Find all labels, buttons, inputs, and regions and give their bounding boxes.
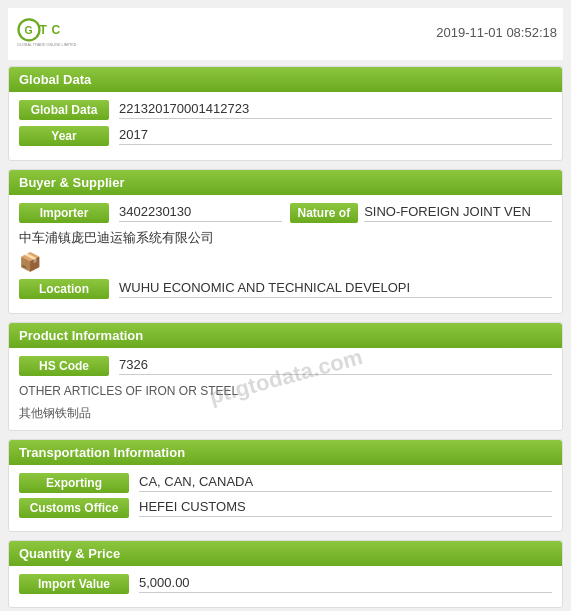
qty-price-card: Quantity & Price Import Value 5,000.00 bbox=[8, 540, 563, 608]
svg-text:G: G bbox=[25, 24, 33, 36]
importer-label: Importer bbox=[19, 203, 109, 223]
customs-value: HEFEI CUSTOMS bbox=[139, 499, 552, 517]
exporting-value: CA, CAN, CANADA bbox=[139, 474, 552, 492]
exporting-row: Exporting CA, CAN, CANADA bbox=[19, 473, 552, 493]
buyer-supplier-header: Buyer & Supplier bbox=[9, 170, 562, 195]
import-value-row: Import Value 5,000.00 bbox=[19, 574, 552, 594]
nature-label: Nature of bbox=[290, 203, 359, 223]
nature-group: Nature of SINO-FOREIGN JOINT VEN bbox=[290, 203, 553, 223]
global-data-card: Global Data Global Data 2213201700014127… bbox=[8, 66, 563, 161]
customs-row: Customs Office HEFEI CUSTOMS bbox=[19, 498, 552, 518]
year-field-row: Year 2017 bbox=[19, 126, 552, 146]
location-value: WUHU ECONOMIC AND TECHNICAL DEVELOPI bbox=[119, 280, 552, 298]
importer-value: 3402230130 bbox=[119, 204, 282, 222]
buyer-supplier-card: Buyer & Supplier Importer 3402230130 Nat… bbox=[8, 169, 563, 314]
hs-code-value: 7326 bbox=[119, 357, 552, 375]
import-value-label: Import Value bbox=[19, 574, 129, 594]
nature-value: SINO-FOREIGN JOINT VEN bbox=[364, 204, 552, 222]
importer-row: Importer 3402230130 Nature of SINO-FOREI… bbox=[19, 203, 552, 223]
year-value: 2017 bbox=[119, 127, 552, 145]
logo-area: G T C GLOBAL TRADE ONLINE LIMITED bbox=[14, 12, 104, 52]
company-name: 中车浦镇庞巴迪运输系统有限公司 bbox=[19, 229, 552, 247]
product-info-header: Product Information bbox=[9, 323, 562, 348]
location-label: Location bbox=[19, 279, 109, 299]
importer-group: Importer 3402230130 bbox=[19, 203, 282, 223]
exporting-label: Exporting bbox=[19, 473, 129, 493]
customs-label: Customs Office bbox=[19, 498, 129, 518]
product-info-card: Product Information HS Code 7326 OTHER A… bbox=[8, 322, 563, 431]
page-wrapper: G T C GLOBAL TRADE ONLINE LIMITED 2019-1… bbox=[0, 0, 571, 611]
company-icon: 📦 bbox=[19, 251, 552, 273]
hs-code-row: HS Code 7326 bbox=[19, 356, 552, 376]
svg-text:GLOBAL TRADE ONLINE LIMITED: GLOBAL TRADE ONLINE LIMITED bbox=[17, 43, 77, 47]
datetime: 2019-11-01 08:52:18 bbox=[436, 25, 557, 40]
svg-text:C: C bbox=[52, 23, 61, 37]
hs-code-label: HS Code bbox=[19, 356, 109, 376]
hs-desc-cn: 其他钢铁制品 bbox=[19, 404, 552, 422]
global-data-section-header: Global Data bbox=[9, 67, 562, 92]
product-info-body: HS Code 7326 OTHER ARTICLES OF IRON OR S… bbox=[9, 348, 562, 430]
transport-body: Exporting CA, CAN, CANADA Customs Office… bbox=[9, 465, 562, 531]
location-row: Location WUHU ECONOMIC AND TECHNICAL DEV… bbox=[19, 279, 552, 299]
global-data-body: Global Data 221320170001412723 Year 2017 bbox=[9, 92, 562, 160]
hs-desc-en: OTHER ARTICLES OF IRON OR STEEL bbox=[19, 382, 552, 400]
transport-card: Transportation Information Exporting CA,… bbox=[8, 439, 563, 532]
qty-price-header: Quantity & Price bbox=[9, 541, 562, 566]
logo-image: G T C GLOBAL TRADE ONLINE LIMITED bbox=[14, 12, 104, 52]
svg-text:T: T bbox=[40, 23, 48, 37]
global-data-label: Global Data bbox=[19, 100, 109, 120]
qty-price-body: Import Value 5,000.00 bbox=[9, 566, 562, 607]
global-data-field-row: Global Data 221320170001412723 bbox=[19, 100, 552, 120]
global-data-value: 221320170001412723 bbox=[119, 101, 552, 119]
import-value: 5,000.00 bbox=[139, 575, 552, 593]
buyer-supplier-body: Importer 3402230130 Nature of SINO-FOREI… bbox=[9, 195, 562, 313]
header: G T C GLOBAL TRADE ONLINE LIMITED 2019-1… bbox=[8, 8, 563, 60]
year-label: Year bbox=[19, 126, 109, 146]
transport-header: Transportation Information bbox=[9, 440, 562, 465]
